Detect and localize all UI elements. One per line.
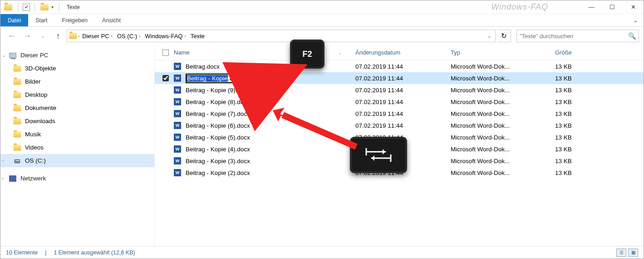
ribbon-expand-button[interactable]: ⌄ (628, 14, 644, 26)
sidebar-item-documents[interactable]: Dokumente (0, 101, 154, 115)
file-type: Microsoft Word-Dok... (451, 63, 555, 70)
file-date: 07.02.2019 11:44 (355, 122, 451, 129)
word-doc-icon: W (174, 63, 181, 70)
status-count: 10 Elemente (6, 249, 38, 256)
breadcrumb-seg-0[interactable]: Dieser PC› (80, 33, 114, 40)
svg-line-4 (250, 70, 295, 91)
qat-folder-icon[interactable] (39, 2, 49, 12)
search-input[interactable] (520, 33, 628, 40)
sidebar-this-pc[interactable]: ⌄ Dieser PC (0, 49, 154, 62)
select-all-checkbox[interactable] (162, 50, 169, 56)
file-size: 13 KB (555, 122, 610, 129)
folder-icon (13, 78, 21, 85)
breadcrumb-dropdown-icon[interactable]: ⌄ (487, 33, 493, 39)
ribbon-tabs: Datei Start Freigeben Ansicht ⌄ (0, 14, 644, 27)
search-icon: 🔍 (628, 32, 636, 40)
qat-dropdown-icon[interactable]: ▾ (51, 5, 54, 10)
table-row[interactable]: WBeitrag.docx07.02.2019 11:44Microsoft W… (155, 60, 644, 72)
breadcrumb-seg-3[interactable]: Texte (189, 33, 206, 40)
file-name: Beitrag - Kopie (4).docx (186, 146, 250, 153)
tab-start[interactable]: Start (28, 14, 54, 26)
table-row[interactable]: WBeitrag - Kopie.docx07.02.2019 11:44Mic… (155, 72, 644, 84)
sidebar-item-downloads[interactable]: Downloads (0, 115, 154, 128)
sidebar-item-drive-c[interactable]: › 🖴 OS (C:) (0, 154, 154, 167)
sort-indicator-icon: ⌄ (338, 50, 342, 55)
qat-properties-icon[interactable]: ✔ (23, 4, 30, 11)
refresh-button[interactable]: ↻ (497, 30, 511, 42)
breadcrumb-seg-2[interactable]: Windows-FAQ› (143, 33, 187, 40)
file-name: Beitrag.docx (186, 63, 220, 70)
search-box[interactable]: 🔍 (516, 30, 639, 42)
word-doc-icon: W (174, 98, 181, 105)
chevron-right-icon[interactable]: › (2, 176, 4, 181)
column-size[interactable]: Größe (555, 49, 610, 56)
file-type: Microsoft Word-Dok... (451, 158, 555, 164)
folder-icon (13, 131, 21, 138)
sidebar-item-label: Desktop (25, 91, 48, 98)
column-type[interactable]: Typ (451, 49, 555, 56)
annotation-arrow-tab (271, 106, 362, 160)
file-name: Beitrag - Kopie (6).docx (186, 122, 250, 129)
maximize-button[interactable]: ☐ (602, 0, 623, 14)
sidebar-item-label: Downloads (25, 118, 55, 125)
sidebar-item-pictures[interactable]: Bilder (0, 75, 154, 88)
tab-view[interactable]: Ansicht (95, 14, 128, 26)
chevron-right-icon[interactable]: › (2, 158, 4, 163)
table-row[interactable]: WBeitrag - Kopie (8).docx07.02.2019 11:4… (155, 96, 644, 108)
column-date[interactable]: Änderungsdatum (355, 49, 451, 56)
sidebar-network[interactable]: › Netzwerk (0, 172, 154, 185)
column-name[interactable]: Name ⌄ (174, 49, 355, 56)
file-type: Microsoft Word-Dok... (451, 110, 555, 117)
tab-icon (363, 146, 394, 164)
chevron-down-icon[interactable]: ⌄ (2, 53, 6, 58)
pc-icon (9, 52, 17, 59)
keycap-f2-overlay: F2 (290, 40, 324, 69)
file-size: 13 KB (555, 134, 610, 141)
watermark-text: Windows-FAQ (491, 2, 548, 12)
view-thumbnails-button[interactable]: ▦ (628, 249, 638, 257)
sidebar-item-videos[interactable]: Videos (0, 141, 154, 154)
file-size: 13 KB (555, 146, 610, 153)
table-row[interactable]: WBeitrag - Kopie (7).docx07.02.2019 11:4… (155, 108, 644, 120)
tab-file[interactable]: Datei (0, 14, 28, 26)
rename-input[interactable]: Beitrag - Kopie.docx (186, 74, 246, 83)
sidebar-item-label: Musik (25, 131, 41, 138)
nav-up-button[interactable]: ↑ (51, 29, 65, 43)
sidebar-item-desktop[interactable]: Desktop (0, 88, 154, 101)
sidebar-item-label: OS (C:) (25, 157, 46, 164)
folder-icon (13, 91, 21, 99)
breadcrumb-seg-1[interactable]: OS (C:)› (115, 33, 142, 40)
annotation-arrow-f2 (246, 70, 300, 97)
breadcrumb[interactable]: › Dieser PC› OS (C:)› Windows-FAQ› Texte… (67, 30, 496, 42)
word-doc-icon: W (174, 75, 181, 82)
sidebar-item-label: Netzwerk (20, 175, 46, 182)
folder-icon (13, 105, 21, 112)
sidebar: ⌄ Dieser PC 3D-Objekte Bilder Desktop Do… (0, 45, 155, 246)
svg-line-5 (283, 115, 356, 147)
file-type: Microsoft Word-Dok... (451, 134, 555, 141)
column-headers: Name ⌄ Änderungsdatum Typ Größe (155, 45, 644, 60)
sidebar-item-music[interactable]: Musik (0, 128, 154, 141)
minimize-button[interactable]: — (581, 0, 602, 14)
file-name: Beitrag - Kopie (5).docx (186, 134, 250, 141)
file-name: Beitrag - Kopie (2).docx (186, 169, 250, 176)
table-row[interactable]: WBeitrag - Kopie (9).docx07.02.2019 11:4… (155, 84, 644, 96)
file-size: 13 KB (555, 169, 610, 176)
nav-back-button[interactable]: ← (5, 29, 19, 43)
nav-forward-button[interactable]: → (20, 29, 34, 43)
sidebar-item-label: 3D-Objekte (25, 65, 56, 72)
row-checkbox[interactable] (162, 75, 169, 81)
view-details-button[interactable]: ☰ (616, 249, 626, 257)
sidebar-item-3dobjects[interactable]: 3D-Objekte (0, 62, 154, 75)
drive-icon: 🖴 (13, 157, 21, 164)
file-size: 13 KB (555, 110, 610, 117)
table-row[interactable]: WBeitrag - Kopie (6).docx07.02.2019 11:4… (155, 120, 644, 131)
status-bar: 10 Elemente | 1 Element ausgewählt (12,6… (0, 246, 644, 259)
tab-share[interactable]: Freigeben (55, 14, 95, 26)
nav-history-button[interactable]: ⌄ (36, 29, 49, 43)
file-name: Beitrag - Kopie (9).docx (186, 87, 250, 94)
file-size: 13 KB (555, 63, 610, 70)
file-date: 07.02.2019 11:44 (355, 75, 451, 82)
close-button[interactable]: ✕ (623, 0, 644, 14)
file-name: Beitrag - Kopie (7).docx (186, 110, 250, 117)
